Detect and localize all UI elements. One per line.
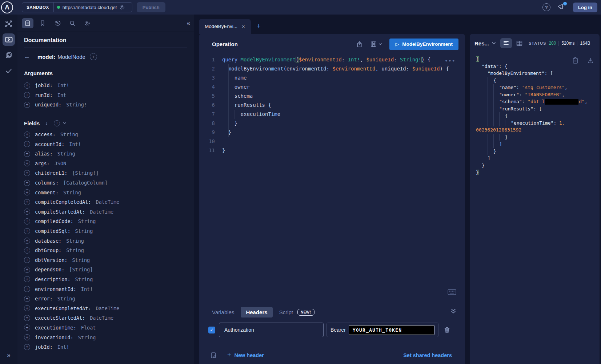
field-item[interactable]: +compileStartedAt:DateTime: [24, 207, 187, 217]
add-to-query-icon[interactable]: +: [24, 141, 30, 147]
field-name[interactable]: alias:: [35, 151, 53, 157]
add-to-query-icon[interactable]: +: [24, 296, 30, 302]
argument-name[interactable]: uniqueId:: [35, 102, 61, 108]
add-to-query-icon[interactable]: +: [24, 82, 30, 89]
field-name[interactable]: compiledCode:: [35, 218, 73, 224]
argument-item[interactable]: +uniqueId:String!: [24, 100, 187, 110]
field-name[interactable]: columns:: [35, 180, 59, 186]
field-item[interactable]: +childrenL1:[String!]: [24, 168, 187, 178]
field-type[interactable]: String: [66, 247, 84, 253]
field-item[interactable]: +invocationId:String: [24, 332, 187, 342]
field-name[interactable]: compiledSql:: [35, 228, 71, 234]
field-item[interactable]: +alias:String: [24, 149, 187, 159]
field-type[interactable]: String: [57, 296, 75, 302]
operation-tab[interactable]: ModelByEnvi... ×: [199, 19, 251, 34]
field-type[interactable]: String: [72, 257, 90, 263]
field-name[interactable]: description:: [35, 276, 71, 282]
field-type[interactable]: Float: [81, 325, 96, 331]
field-type[interactable]: String: [75, 228, 93, 234]
field-type[interactable]: String: [57, 151, 75, 157]
docs-tab-history[interactable]: [52, 18, 63, 28]
add-to-query-icon[interactable]: +: [24, 286, 30, 292]
field-type[interactable]: DateTime: [96, 306, 119, 311]
field-item[interactable]: +error:String: [24, 294, 187, 304]
raw-view-toggle[interactable]: [500, 38, 512, 48]
sidebar-item-checks[interactable]: [3, 65, 15, 77]
field-type[interactable]: DateTime: [90, 315, 113, 321]
field-type[interactable]: [String]: [69, 267, 93, 272]
field-type[interactable]: [CatalogColumn]: [63, 180, 108, 186]
field-name[interactable]: compileStartedAt:: [35, 209, 85, 215]
code-line[interactable]: name: [222, 73, 462, 82]
argument-type[interactable]: String!: [66, 102, 87, 108]
tab-variables[interactable]: Variables: [212, 309, 234, 315]
collapse-panel-icon[interactable]: [450, 308, 456, 314]
collapse-docs-icon[interactable]: «: [187, 20, 189, 27]
field-name[interactable]: invocationId:: [35, 335, 73, 340]
field-type[interactable]: Int!: [81, 286, 93, 292]
save-chevron-icon[interactable]: [378, 43, 382, 45]
field-item[interactable]: +database:String: [24, 236, 187, 246]
argument-type[interactable]: Int: [57, 92, 66, 98]
argument-name[interactable]: runId:: [35, 92, 53, 98]
code-line[interactable]: runResults {: [222, 101, 462, 110]
save-operation-group[interactable]: [370, 41, 382, 48]
add-to-query-icon[interactable]: +: [24, 334, 30, 340]
preflight-script-icon[interactable]: [210, 352, 217, 359]
field-item[interactable]: +compileCompletedAt:DateTime: [24, 197, 187, 207]
keyboard-shortcuts-icon[interactable]: [448, 289, 456, 295]
code-line[interactable]: [222, 137, 462, 146]
field-name[interactable]: executionTime:: [35, 325, 76, 331]
run-operation-button[interactable]: ▷ ModelByEnvironment: [389, 39, 458, 50]
header-key-input[interactable]: [219, 323, 324, 337]
field-type[interactable]: String: [78, 335, 96, 340]
add-to-query-icon[interactable]: +: [24, 344, 30, 350]
delete-header-icon[interactable]: [444, 326, 450, 333]
tab-headers[interactable]: Headers: [241, 307, 272, 318]
field-type[interactable]: Int!: [57, 344, 69, 350]
login-button[interactable]: Log in: [573, 3, 597, 12]
table-view-toggle[interactable]: [514, 38, 524, 48]
query-code[interactable]: query ModelByEnvironment($environmentId:…: [222, 55, 462, 155]
code-line[interactable]: }: [222, 146, 462, 155]
sidebar-item-explorer[interactable]: [3, 33, 15, 46]
docs-tab-documentation[interactable]: [22, 18, 33, 28]
download-response-icon[interactable]: [587, 57, 594, 64]
field-name[interactable]: access:: [35, 132, 56, 137]
field-name[interactable]: compileCompletedAt:: [35, 199, 91, 205]
sidebar-item-schema[interactable]: [3, 18, 15, 30]
header-value-field[interactable]: Bearer YOUR_AUTH_TOKEN: [326, 323, 438, 337]
field-item[interactable]: +dependsOn:[String]: [24, 265, 187, 275]
field-name[interactable]: accountId:: [35, 141, 64, 147]
chevron-down-icon[interactable]: [63, 122, 67, 125]
code-line[interactable]: modelByEnvironment(environmentId: $envir…: [222, 64, 462, 73]
response-dropdown-chevron-icon[interactable]: [492, 42, 496, 45]
code-line[interactable]: }: [222, 128, 462, 137]
add-to-query-icon[interactable]: +: [24, 199, 30, 205]
field-item[interactable]: +compiledCode:String: [24, 217, 187, 226]
add-to-query-icon[interactable]: +: [24, 170, 30, 176]
argument-item[interactable]: +runId:Int: [24, 90, 187, 100]
field-item[interactable]: +executeCompletedAt:DateTime: [24, 303, 187, 313]
add-to-query-icon[interactable]: +: [24, 92, 30, 98]
add-to-query-icon[interactable]: +: [24, 305, 30, 311]
docs-tab-bookmarks[interactable]: [37, 18, 48, 28]
field-item[interactable]: +jobId:Int!: [24, 342, 187, 352]
field-item[interactable]: +environmentId:Int!: [24, 284, 187, 294]
add-to-query-icon[interactable]: +: [24, 160, 30, 166]
expand-rail-icon[interactable]: »: [7, 352, 10, 359]
argument-item[interactable]: +jobId:Int!: [24, 81, 187, 90]
field-name[interactable]: args:: [35, 161, 50, 166]
field-item[interactable]: +comment:String: [24, 187, 187, 197]
field-item[interactable]: +access:String: [24, 130, 187, 139]
field-item[interactable]: +columns:[CatalogColumn]: [24, 178, 187, 188]
field-type[interactable]: [String!]: [72, 170, 99, 176]
add-to-query-icon[interactable]: +: [24, 276, 30, 282]
sidebar-item-sandbox-collections[interactable]: [3, 49, 15, 61]
publish-button[interactable]: Publish: [137, 2, 165, 12]
field-item[interactable]: +compiledSql:String: [24, 226, 187, 236]
field-type[interactable]: DateTime: [96, 199, 119, 205]
add-to-query-icon[interactable]: +: [24, 102, 30, 108]
endpoint-url[interactable]: https://metadata.cloud.get: [63, 5, 117, 10]
editor-menu-icon[interactable]: •••: [445, 58, 456, 64]
